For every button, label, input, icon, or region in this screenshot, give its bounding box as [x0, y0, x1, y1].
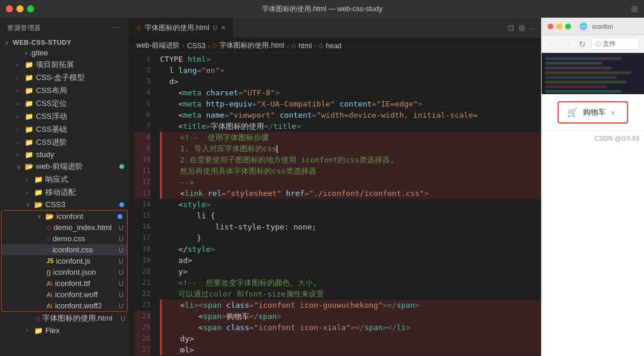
- code-line-9: 1. 导入对应字体图标的css: [160, 143, 541, 154]
- sidebar-item-iconfont-woff2[interactable]: A\ iconfont.woff2 U: [2, 300, 127, 311]
- sidebar-item-css3[interactable]: ∨ 📂 CSS3: [0, 199, 129, 210]
- thumb-line: [545, 57, 622, 60]
- sidebar-item-iconfont-woff[interactable]: A\ iconfont.woff U: [2, 289, 127, 300]
- folder-open-icon: 📂: [45, 212, 54, 221]
- tab-label: 字体图标的使用.html: [145, 23, 209, 33]
- thumb-line: [545, 71, 631, 74]
- code-line-11: 然后再使用具体字体图标的css类选择器: [160, 165, 541, 177]
- css-icon: #: [46, 247, 50, 254]
- reload-button[interactable]: ↻: [577, 39, 588, 49]
- code-line-10: 2.在需要使用子图图标的地方使用 iconfont的css类选择器,: [160, 154, 541, 165]
- thumb-line: [545, 66, 612, 69]
- sidebar-item-web-frontend[interactable]: ∨ 📂 web-前端进阶: [0, 160, 129, 173]
- sidebar-root[interactable]: ∨ WEB-CSS-STUDY: [0, 38, 129, 47]
- preview-title-bar: 🌐 iconfon: [542, 18, 644, 35]
- code-content[interactable]: CTYPE html> l lang="en"> d> <meta charse…: [155, 54, 541, 356]
- layout-toggle-icon[interactable]: ⊞: [519, 24, 525, 32]
- editor-tab[interactable]: ◇ 字体图标的使用.html U ✕: [129, 18, 233, 38]
- thumb-line: [545, 62, 602, 65]
- responsive-label: 响应式: [45, 174, 68, 185]
- sep2: ›: [208, 42, 210, 50]
- code-line-6: <meta name="viewport" content="width=dev…: [160, 109, 541, 121]
- sidebar-item-demo-css[interactable]: # demo.css U: [2, 233, 127, 244]
- code-line-8: <!-- 使用字体图标步骤: [160, 132, 541, 143]
- layout-icon[interactable]: ⊞: [631, 4, 638, 14]
- css-icon: #: [46, 235, 50, 242]
- tab-close-icon[interactable]: ✕: [221, 24, 226, 32]
- folder-icon: 📁: [34, 327, 43, 335]
- sidebar-item-iconfont-js[interactable]: JS iconfont.js U: [2, 255, 127, 267]
- breadcrumb-web[interactable]: web-前端进阶: [136, 41, 180, 51]
- folder-icon: 📁: [25, 112, 34, 121]
- font-icon: A\: [46, 291, 52, 298]
- iconfont-woff-label: iconfont.woff: [55, 290, 98, 299]
- demo-css-badge: U: [119, 235, 124, 242]
- maximize-button[interactable]: [27, 5, 34, 12]
- web-frontend-label: web-前端进阶: [36, 161, 83, 172]
- iconfont-dot: [118, 214, 122, 219]
- font-icon: A\: [46, 302, 52, 310]
- thumb-line: [545, 76, 617, 79]
- breadcrumb-head-icon: ◇: [319, 42, 323, 49]
- sidebar-item-iconfont-css[interactable]: # iconfont.css U: [2, 244, 127, 255]
- preview-close[interactable]: [548, 24, 553, 29]
- sidebar-item-css-basic[interactable]: › 📁 CSS基础: [0, 123, 129, 136]
- sidebar-item-css-float[interactable]: › 📁 CSS浮动: [0, 110, 129, 123]
- iconfont-json-badge: U: [119, 269, 124, 276]
- sidebar-item-gitee[interactable]: › .gitee: [0, 47, 129, 58]
- code-line-21: y>: [160, 266, 541, 277]
- more-actions-icon[interactable]: ···: [530, 24, 536, 32]
- sidebar-item-css-position[interactable]: › 📁 CSS定位: [0, 97, 129, 110]
- project-ext-label: 项目前拓展: [36, 59, 74, 70]
- sidebar-item-main-html[interactable]: ◇ 字体图标的使用.html U: [0, 312, 129, 325]
- footer-text: CSDN @GY-93: [595, 135, 639, 142]
- window-title: 字体图标的使用.html — web-css-study: [262, 4, 382, 14]
- preview-traffic-lights: [548, 24, 571, 29]
- back-button[interactable]: ←: [546, 39, 558, 49]
- gitee-icon: ›: [25, 49, 27, 57]
- sidebar-item-iconfont-ttf[interactable]: A\ iconfont.ttf U: [2, 278, 127, 289]
- folder-icon: 📁: [25, 125, 34, 134]
- sidebar-item-responsive[interactable]: › 📁 响应式: [0, 173, 129, 186]
- gitee-label: .gitee: [29, 48, 48, 57]
- main-html-badge: U: [121, 315, 125, 322]
- sidebar-item-css-box[interactable]: › 📁 CSS-盒子模型: [0, 71, 129, 84]
- sidebar-item-css-adv[interactable]: › 📁 CSS进阶: [0, 136, 129, 149]
- iconfont-section-highlight: ∨ 📂 iconfont ◇ demo_index.html U # demo.…: [1, 210, 128, 312]
- sidebar-more-icon[interactable]: ···: [112, 22, 122, 33]
- flex-label: Flex: [45, 326, 60, 335]
- minimize-button[interactable]: [16, 5, 24, 12]
- split-icon[interactable]: ⊡: [508, 24, 514, 32]
- sidebar-item-css-layout[interactable]: › 📁 CSS布局: [0, 84, 129, 97]
- code-line-2: l lang="en">: [160, 65, 541, 76]
- sidebar: 资源管理器 ··· ∨ WEB-CSS-STUDY › .gitee › 📁 项…: [0, 18, 129, 356]
- sidebar-item-iconfont[interactable]: ∨ 📂 iconfont: [2, 211, 127, 222]
- sidebar-item-flex[interactable]: › 📁 Flex: [0, 325, 129, 336]
- preview-minimize[interactable]: [556, 24, 562, 29]
- url-bar[interactable]: ⓘ 文件: [591, 38, 639, 50]
- url-text: 文件: [603, 40, 616, 47]
- thumb-line: [545, 90, 622, 93]
- breadcrumb-head[interactable]: head: [326, 42, 342, 50]
- breadcrumb-html[interactable]: html: [298, 42, 312, 50]
- sidebar-item-demo-index[interactable]: ◇ demo_index.html U: [2, 222, 127, 233]
- breadcrumb-css3[interactable]: CSS3: [187, 42, 205, 50]
- sidebar-header: 资源管理器 ···: [0, 18, 129, 38]
- code-line-13: <link rel="stylesheet" href="./iconfont/…: [160, 188, 541, 199]
- preview-maximize[interactable]: [565, 24, 571, 29]
- sidebar-item-project-ext[interactable]: › 📁 项目前拓展: [0, 58, 129, 71]
- folder-icon: 📁: [25, 61, 34, 69]
- breadcrumb-file[interactable]: 字体图标的使用.html: [219, 41, 284, 51]
- iconfont-ttf-badge: U: [119, 280, 124, 287]
- forward-button[interactable]: →: [562, 39, 573, 49]
- demo-index-badge: U: [119, 224, 124, 231]
- sidebar-item-iconfont-json[interactable]: {} iconfont.json U: [2, 267, 127, 278]
- code-line-22: <!-- 想要改变字体图标的颜色、大小,: [160, 277, 541, 288]
- code-line-7: <title>字体图标的使用</title>: [160, 121, 541, 132]
- close-button[interactable]: [6, 5, 13, 12]
- sidebar-item-mobile[interactable]: › 📁 移动适配: [0, 186, 129, 199]
- sidebar-item-study[interactable]: › 📁 study: [0, 149, 129, 160]
- font-icon: A\: [46, 280, 52, 287]
- css3-dot: [119, 202, 124, 207]
- code-line-12: -->: [160, 177, 541, 188]
